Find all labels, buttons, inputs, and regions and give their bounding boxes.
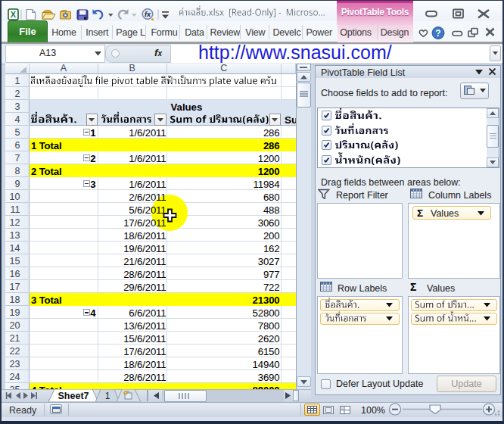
svg-text:X: X bbox=[11, 10, 17, 19]
svg-text:?: ? bbox=[435, 28, 440, 39]
svg-text:fx: fx bbox=[145, 11, 151, 18]
